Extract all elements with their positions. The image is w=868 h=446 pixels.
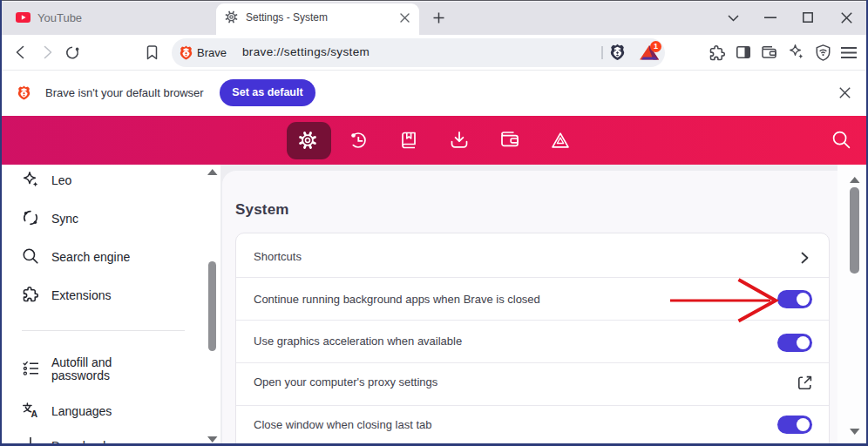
- svg-text:A: A: [31, 409, 38, 419]
